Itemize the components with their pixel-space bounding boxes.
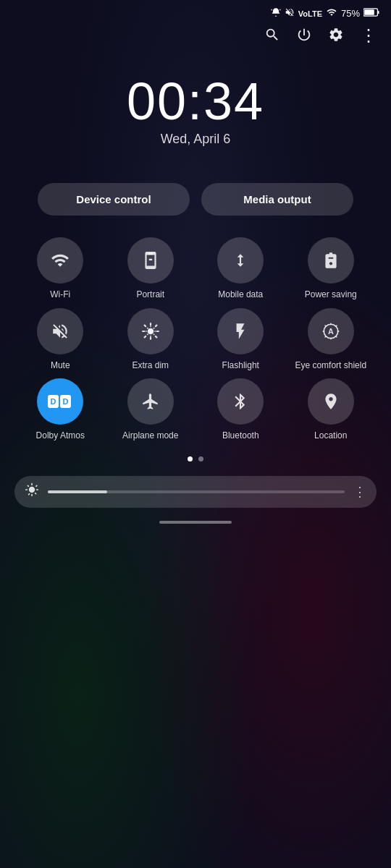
mute-status-icon <box>285 7 295 20</box>
svg-text:D: D <box>51 397 56 406</box>
qs-mute[interactable]: Mute <box>17 308 104 372</box>
location-icon-circle <box>308 378 354 425</box>
airplanemode-icon-circle <box>127 378 174 425</box>
nav-bar <box>0 515 391 528</box>
search-button[interactable] <box>264 27 280 46</box>
powersaving-label: Power saving <box>305 289 357 301</box>
clock-section: 00:34 Wed, April 6 <box>0 54 391 161</box>
flashlight-icon-circle <box>217 308 264 354</box>
flashlight-label: Flashlight <box>222 360 259 372</box>
bluetooth-icon-circle <box>217 378 264 425</box>
qs-portrait[interactable]: Portrait <box>108 237 194 301</box>
qs-airplanemode[interactable]: Airplane mode <box>108 378 194 442</box>
power-button[interactable] <box>296 27 312 46</box>
dolbyatmos-icon-circle: D D <box>37 378 83 425</box>
eyecomfort-icon-circle: A <box>308 308 354 354</box>
qs-flashlight[interactable]: Flashlight <box>198 308 284 372</box>
qs-mobiledata[interactable]: Mobile data <box>198 237 284 301</box>
eyecomfort-label: Eye comfort shield <box>295 360 366 372</box>
more-button[interactable]: ⋮ <box>360 27 377 46</box>
signal-icon <box>326 7 337 20</box>
status-icons: VoLTE 75% <box>271 7 379 20</box>
brightness-more-icon[interactable]: ⋮ <box>353 484 366 500</box>
svg-rect-1 <box>378 11 379 14</box>
battery-percentage: 75% <box>341 8 360 19</box>
brightness-icon <box>25 482 39 501</box>
mobiledata-icon-circle <box>217 237 264 284</box>
mute-icon-circle <box>37 308 83 354</box>
device-control-button[interactable]: Device control <box>38 183 190 216</box>
qs-eyecomfort[interactable]: A Eye comfort shield <box>288 308 374 372</box>
qs-dolbyatmos[interactable]: D D Dolby Atmos <box>17 378 104 442</box>
qs-extradim[interactable]: Extra dim <box>108 308 194 372</box>
media-output-button[interactable]: Media output <box>201 183 353 216</box>
settings-button[interactable] <box>328 27 344 46</box>
page-indicator <box>0 442 391 469</box>
qs-wifi[interactable]: Wi-Fi <box>17 237 104 301</box>
dot-1 <box>188 456 193 461</box>
svg-text:A: A <box>328 327 334 336</box>
qs-location[interactable]: Location <box>288 378 374 442</box>
qs-bluetooth[interactable]: Bluetooth <box>198 378 284 442</box>
portrait-label: Portrait <box>136 289 164 301</box>
airplanemode-label: Airplane mode <box>122 430 178 442</box>
brightness-fill <box>48 490 107 493</box>
quick-settings-panel: Wi-Fi Portrait Mobile data <box>0 230 391 442</box>
nav-handle <box>159 521 232 524</box>
wifi-label: Wi-Fi <box>50 289 70 301</box>
bluetooth-label: Bluetooth <box>222 430 259 442</box>
quick-settings-grid: Wi-Fi Portrait Mobile data <box>17 237 374 442</box>
brightness-slider[interactable]: ⋮ <box>14 476 377 508</box>
svg-rect-3 <box>148 253 154 255</box>
mobiledata-label: Mobile data <box>218 289 263 301</box>
brightness-track[interactable] <box>48 490 345 493</box>
quick-action-bar: ⋮ <box>0 22 391 54</box>
alarm-icon <box>271 7 281 20</box>
svg-point-5 <box>148 328 154 333</box>
extradim-label: Extra dim <box>132 360 169 372</box>
dolbyatmos-label: Dolby Atmos <box>36 430 85 442</box>
mute-label: Mute <box>51 360 70 372</box>
control-buttons: Device control Media output <box>0 161 391 230</box>
extradim-icon-circle <box>127 308 174 354</box>
qs-powersaving[interactable]: Power saving <box>288 237 374 301</box>
volte-icon: VoLTE <box>298 9 322 18</box>
powersaving-icon-circle <box>308 237 354 284</box>
portrait-icon-circle <box>127 237 174 284</box>
location-label: Location <box>314 430 347 442</box>
battery-icon <box>363 8 379 19</box>
dot-2 <box>198 456 203 461</box>
clock-time: 00:34 <box>127 75 264 127</box>
svg-text:D: D <box>63 397 69 406</box>
status-bar: VoLTE 75% <box>0 0 391 22</box>
svg-rect-2 <box>364 9 374 15</box>
clock-date: Wed, April 6 <box>161 132 231 147</box>
wifi-icon-circle <box>37 237 83 284</box>
